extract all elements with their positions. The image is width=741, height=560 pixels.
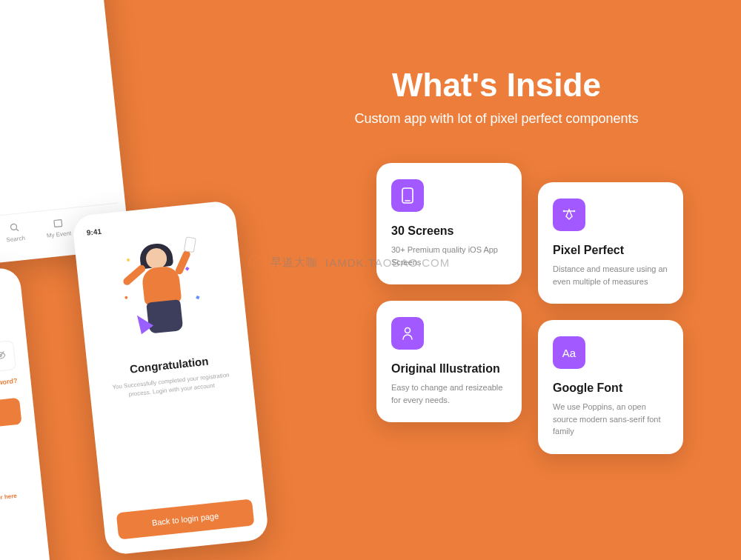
phone-mockup-login: Forgot Password? Login Or login using G … (0, 267, 54, 560)
svg-point-5 (574, 210, 576, 213)
svg-point-4 (563, 210, 565, 213)
font-desc: We use Poppins, an open source modern sa… (553, 401, 668, 438)
svg-rect-8 (54, 220, 62, 227)
watermark-text1: 早道大咖 (270, 256, 318, 270)
search-icon (8, 221, 21, 234)
nav-search[interactable]: Search (4, 221, 25, 243)
illustration-desc: Easy to change and resizeable for every … (391, 381, 507, 406)
person-icon (391, 317, 424, 350)
logout-link[interactable]: Log out (0, 0, 104, 21)
watermark-text2: IAMDK.TAOBAO.COM (325, 256, 450, 269)
pen-icon (553, 199, 585, 231)
illustration-card: Original Illustration Easy to change and… (376, 301, 522, 422)
font-title: Google Font (553, 381, 668, 395)
register-link[interactable]: Register here (0, 493, 17, 503)
watermark-badge: Z (248, 255, 263, 270)
page-subtitle: Custom app with lot of pixel perfect com… (296, 111, 697, 127)
header-section: What's Inside Custom app with lot of pix… (296, 67, 697, 127)
phone-mockup-congrats: 9:41 Congratulation You Successfully com… (72, 200, 270, 556)
nav-myevent[interactable]: My Event (45, 216, 72, 239)
celebration-illustration (88, 230, 235, 347)
nav-myevent-label: My Event (47, 230, 72, 239)
eye-hidden-icon[interactable] (0, 350, 7, 364)
svg-line-7 (16, 229, 19, 231)
phone-icon (391, 179, 424, 212)
svg-point-2 (405, 328, 411, 333)
watermark: Z 早道大咖 IAMDK.TAOBAO.COM (248, 255, 450, 270)
login-button[interactable]: Login (0, 398, 22, 439)
calendar-icon (51, 216, 64, 230)
page-title: What's Inside (296, 67, 697, 104)
nav-search-label: Search (6, 235, 25, 244)
pixel-card: Pixel Perfect Distance and measure using… (538, 182, 683, 304)
social-buttons: G (0, 451, 27, 492)
forgot-password-link[interactable]: Forgot Password? (0, 377, 18, 399)
register-prompt: You dont have an account? Register here (0, 491, 30, 512)
screens-title: 30 Screens (391, 224, 507, 238)
back-to-login-button[interactable]: Back to login page (116, 499, 255, 539)
illustration-title: Original Illustration (391, 361, 507, 376)
font-icon: Aa (553, 336, 585, 369)
pixel-desc: Distance and measure using an even multi… (553, 263, 668, 287)
font-card: Aa Google Font We use Poppins, an open s… (538, 320, 683, 454)
pixel-title: Pixel Perfect (553, 243, 668, 257)
